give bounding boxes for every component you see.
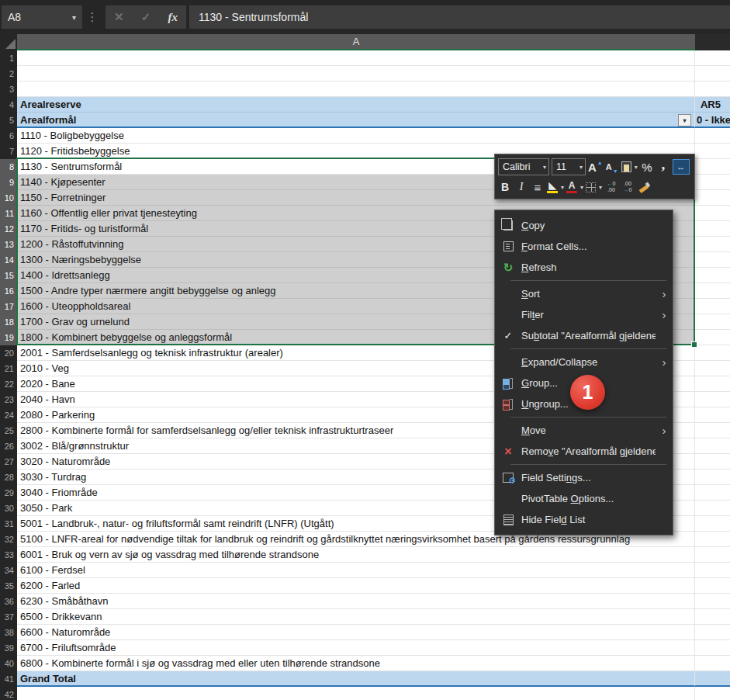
row-header-20[interactable]: 20 [0, 345, 17, 361]
selection-fill-handle[interactable] [691, 341, 697, 348]
decrease-decimal-button[interactable]: .00→0 [621, 178, 635, 196]
row-header-38[interactable]: 38 [0, 625, 17, 640]
menu-item-subtotal-arealform-l-gjeldene[interactable]: ✓Subtotal "Arealformål gjeldene" [495, 325, 673, 346]
cell-a2[interactable] [17, 66, 695, 81]
comma-style-button[interactable]: , [656, 158, 670, 175]
cell-a39[interactable]: 6700 - Friluftsområde [17, 640, 695, 656]
row-header-10[interactable]: 10 [0, 190, 17, 206]
cell-a4[interactable]: Arealreserve [17, 97, 695, 113]
cell-b16[interactable] [695, 283, 730, 299]
cell-a35[interactable]: 6200 - Farled [17, 578, 695, 594]
cell-b30[interactable] [695, 501, 730, 516]
increase-font-size-button[interactable]: A▲ [588, 158, 603, 175]
font-size-select[interactable]: 11 ▾ [552, 158, 586, 175]
row-header-12[interactable]: 12 [0, 221, 17, 237]
font-color-button[interactable]: A ▾ [566, 178, 583, 196]
cell-b38[interactable] [695, 625, 730, 640]
row-header-39[interactable]: 39 [0, 640, 17, 656]
format-painter-button[interactable] [637, 178, 651, 196]
cell-b28[interactable] [695, 470, 730, 485]
cell-b41[interactable] [695, 671, 730, 687]
cell-a38[interactable]: 6600 - Naturområde [17, 625, 695, 640]
cell-b27[interactable] [695, 454, 730, 470]
row-header-2[interactable]: 2 [0, 66, 17, 81]
cell-b32[interactable] [695, 532, 730, 547]
cell-a3[interactable] [17, 81, 695, 97]
cell-b14[interactable] [695, 252, 730, 268]
insert-function-icon[interactable]: fx [168, 11, 178, 24]
cell-b39[interactable] [695, 640, 730, 656]
row-header-24[interactable]: 24 [0, 407, 17, 423]
name-box-dropdown-icon[interactable]: ▾ [72, 13, 76, 22]
border-style-button[interactable]: ≡ [531, 178, 545, 196]
row-header-14[interactable]: 14 [0, 252, 17, 268]
select-all-button[interactable] [0, 34, 17, 50]
cell-a5[interactable]: Arealformål▾ [17, 113, 695, 128]
row-header-37[interactable]: 37 [0, 609, 17, 625]
cell-a42[interactable] [17, 687, 695, 700]
cell-a40[interactable]: 6800 - Kombinerte formål i sjø og vassdr… [17, 656, 695, 671]
row-header-9[interactable]: 9 [0, 175, 17, 190]
row-header-33[interactable]: 33 [0, 547, 17, 563]
cell-a1[interactable] [17, 50, 695, 66]
cell-b35[interactable] [695, 578, 730, 594]
menu-item-expand-collapse[interactable]: Expand/Collapse› [495, 352, 673, 373]
row-header-25[interactable]: 25 [0, 423, 17, 438]
name-box[interactable]: A8 ▾ [2, 5, 82, 29]
row-header-35[interactable]: 35 [0, 578, 17, 594]
cell-b24[interactable] [695, 407, 730, 423]
cell-b3[interactable] [695, 81, 730, 97]
cell-b9[interactable] [695, 175, 730, 190]
cell-b17[interactable] [695, 299, 730, 314]
row-header-19[interactable]: 19 [0, 330, 17, 345]
row-header-26[interactable]: 26 [0, 438, 17, 454]
row-header-40[interactable]: 40 [0, 656, 17, 671]
formula-input[interactable]: 1130 - Sentrumsformål [189, 5, 730, 29]
row-header-11[interactable]: 11 [0, 206, 17, 221]
cell-b37[interactable] [695, 609, 730, 625]
row-header-22[interactable]: 22 [0, 376, 17, 392]
cell-b21[interactable] [695, 361, 730, 376]
cell-b6[interactable] [695, 128, 730, 144]
row-header-31[interactable]: 31 [0, 516, 17, 532]
cell-b8[interactable] [695, 159, 730, 175]
cell-b29[interactable] [695, 485, 730, 501]
cell-b40[interactable] [695, 656, 730, 671]
cell-a33[interactable]: 6001 - Bruk og vern av sjø og vassdrag m… [17, 547, 695, 563]
row-header-23[interactable]: 23 [0, 392, 17, 407]
menu-item-move[interactable]: Move› [495, 420, 673, 441]
row-header-27[interactable]: 27 [0, 454, 17, 470]
menu-item-refresh[interactable]: ↻Refresh [495, 257, 673, 278]
cell-b18[interactable] [695, 314, 730, 330]
percent-style-button[interactable]: % [640, 158, 654, 175]
cell-b42[interactable] [695, 687, 730, 700]
cell-a37[interactable]: 6500 - Drikkevann [17, 609, 695, 625]
row-header-8[interactable]: 8 [0, 159, 17, 175]
row-header-42[interactable]: 42 [0, 687, 17, 700]
cell-b25[interactable] [695, 423, 730, 438]
row-header-4[interactable]: 4 [0, 97, 17, 113]
row-header-41[interactable]: 41 [0, 671, 17, 687]
cell-b34[interactable] [695, 563, 730, 578]
enter-icon[interactable]: ✓ [141, 10, 151, 24]
increase-decimal-button[interactable]: ←0.00 [604, 178, 618, 196]
decrease-font-size-button[interactable]: A▼ [605, 158, 619, 175]
cell-b19[interactable] [695, 330, 730, 345]
row-labels-filter-dropdown-icon[interactable]: ▾ [678, 114, 691, 126]
row-header-21[interactable]: 21 [0, 361, 17, 376]
cell-b13[interactable] [695, 237, 730, 252]
cell-b12[interactable] [695, 221, 730, 237]
cell-b26[interactable] [695, 438, 730, 454]
cell-b23[interactable] [695, 392, 730, 407]
row-header-5[interactable]: 5 [0, 113, 17, 128]
menu-item-hide-field-list[interactable]: Hide Field List [495, 509, 673, 530]
row-header-7[interactable]: 7 [0, 144, 17, 159]
menu-item-pivottable-options[interactable]: PivotTable Options... [495, 488, 673, 509]
row-header-16[interactable]: 16 [0, 283, 17, 299]
italic-button[interactable]: I [514, 178, 528, 196]
cell-a34[interactable]: 6100 - Ferdsel [17, 563, 695, 578]
cell-b7[interactable] [695, 144, 730, 159]
font-name-select[interactable]: Calibri ▾ [498, 158, 549, 175]
cell-b4[interactable]: AR5 [695, 97, 730, 113]
row-header-13[interactable]: 13 [0, 237, 17, 252]
